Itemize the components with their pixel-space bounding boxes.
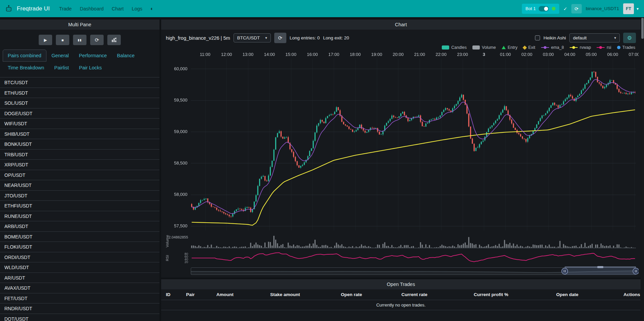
chart-legend: CandlesVolumeEntryExitema_8rvwaprsiTrade… xyxy=(161,44,641,51)
pair-row-eth-usdt[interactable]: ETH/USDT xyxy=(0,88,159,98)
ema-8-swatch-icon xyxy=(541,47,549,48)
tab-pairlist[interactable]: Pairlist xyxy=(49,62,74,74)
chart-clear-icon xyxy=(111,37,117,42)
tab-pairs-combined[interactable]: Pairs combined xyxy=(3,50,46,62)
toggle-knob xyxy=(544,7,548,11)
caret-down-icon[interactable]: ▾ xyxy=(637,6,639,11)
column-amount: Amount xyxy=(216,292,270,297)
bot-selector[interactable]: Bot 1 xyxy=(522,4,559,14)
pair-select[interactable]: BTC/USDT ▾ xyxy=(234,33,271,42)
volume-swatch-icon xyxy=(472,45,480,50)
avatar[interactable]: FT xyxy=(623,3,634,14)
play-button[interactable]: ▶ xyxy=(39,35,52,45)
pair-row-bonk-usdt[interactable]: BONK/USDT xyxy=(0,139,159,150)
tab-balance[interactable]: Balance xyxy=(112,50,140,62)
nav-link-chart[interactable]: Chart xyxy=(112,6,123,11)
pair-row-near-usdt[interactable]: NEAR/USDT xyxy=(0,180,159,191)
legend-item-candles[interactable]: Candles xyxy=(442,45,467,50)
tab-pair-locks[interactable]: Pair Locks xyxy=(74,62,107,74)
chart-body xyxy=(161,51,641,278)
pair-row-shib-usdt[interactable]: SHIB/USDT xyxy=(0,129,159,139)
exit-swatch-icon xyxy=(523,45,527,50)
candles-swatch-icon xyxy=(442,45,449,50)
trades-header-row: IDPairAmountStake amountOpen rateCurrent… xyxy=(161,289,641,300)
stop-button[interactable]: ■ xyxy=(56,35,69,45)
tab-time-breakdown[interactable]: Time Breakdown xyxy=(3,62,49,74)
nav-link-logs[interactable]: Logs xyxy=(132,6,142,11)
legend-item-volume[interactable]: Volume xyxy=(472,45,496,50)
pair-row-op-usdt[interactable]: OP/USDT xyxy=(0,170,159,181)
legend-item-ema-8[interactable]: ema_8 xyxy=(541,45,564,50)
pair-row-wif-usdt[interactable]: WIF/USDT xyxy=(0,119,159,129)
plot-config-value: default xyxy=(573,35,587,40)
plot-config-select[interactable]: default ▾ xyxy=(569,33,620,42)
column-open-date: Open date xyxy=(556,292,623,297)
page-scrollbar[interactable] xyxy=(641,17,644,321)
pair-row-avax-usdt[interactable]: AVAX/USDT xyxy=(0,283,159,293)
pair-row-ordi-usdt[interactable]: ORDI/USDT xyxy=(0,252,159,263)
pair-row-ethfi-usdt[interactable]: ETHFI/USDT xyxy=(0,201,159,211)
heikin-ashi-checkbox[interactable] xyxy=(535,35,540,40)
chart-toolbar: high_frog_binance_v226 | 5m BTC/USDT ▾ ⟳… xyxy=(161,30,641,44)
tab-performance[interactable]: Performance xyxy=(74,50,112,62)
long-entries-label: Long entries: 0 xyxy=(290,35,320,40)
nav-link-dashboard[interactable]: Dashboard xyxy=(80,6,104,11)
restart-button[interactable]: ⟳ xyxy=(90,35,104,45)
nav-link-trade[interactable]: Trade xyxy=(59,6,72,11)
pair-row-fet-usdt[interactable]: FET/USDT xyxy=(0,293,159,304)
legend-item-rsi[interactable]: rsi xyxy=(597,45,611,50)
right-column: Chart high_frog_binance_v226 | 5m BTC/US… xyxy=(161,20,641,321)
navbar: Freqtrade UI TradeDashboardChartLogs ◐ B… xyxy=(0,0,644,17)
bot-controls: ▶ ■ ▮▮ ⟳ xyxy=(0,30,159,50)
pair-row-bome-usdt[interactable]: BOME/USDT xyxy=(0,232,159,242)
pair-row-doge-usdt[interactable]: DOGE/USDT xyxy=(0,108,159,119)
column-open-rate: Open rate xyxy=(341,292,401,297)
pair-row-trb-usdt[interactable]: TRB/USDT xyxy=(0,150,159,160)
stop-icon: ■ xyxy=(62,38,64,42)
column-actions: Actions xyxy=(623,292,641,297)
trades-swatch-icon xyxy=(617,46,620,49)
chart-canvas[interactable] xyxy=(165,51,639,276)
legend-label: Volume xyxy=(482,45,496,50)
legend-label: rsi xyxy=(607,45,611,50)
pair-row-rune-usdt[interactable]: RUNE/USDT xyxy=(0,211,159,222)
exchange-label: binance_USDT1 xyxy=(586,6,619,11)
pair-row-jto-usdt[interactable]: JTO/USDT xyxy=(0,191,159,201)
legend-label: ema_8 xyxy=(551,45,564,50)
refresh-chart-button[interactable]: ⟳ xyxy=(274,33,286,43)
pair-row-arb-usdt[interactable]: ARB/USDT xyxy=(0,221,159,232)
legend-item-exit[interactable]: Exit xyxy=(523,45,535,50)
long-exit-label: Long exit: 20 xyxy=(323,35,349,40)
scrollbar-thumb[interactable] xyxy=(641,18,644,39)
pair-row-btc-usdt[interactable]: BTC/USDT xyxy=(0,77,159,88)
pair-select-value: BTC/USDT xyxy=(237,35,260,40)
pair-row-dot-usdt[interactable]: DOT/USDT xyxy=(0,314,159,321)
pair-row-ar-usdt[interactable]: AR/USDT xyxy=(0,273,159,283)
multi-pane-panel: Multi Pane ▶ ■ ▮▮ ⟳ Pairs combinedGenera… xyxy=(0,20,159,321)
pair-row-wld-usdt[interactable]: WLD/USDT xyxy=(0,262,159,273)
trades-empty-message: Currently no open trades. xyxy=(161,300,641,310)
column-current-profit: Current profit % xyxy=(474,292,556,297)
refresh-icon: ⟳ xyxy=(575,6,579,11)
column-id: ID xyxy=(166,292,186,297)
legend-item-rvwap[interactable]: rvwap xyxy=(570,45,591,50)
tab-general[interactable]: General xyxy=(46,50,74,62)
theme-toggle-icon[interactable]: ◐ xyxy=(150,6,154,12)
legend-label: Candles xyxy=(451,45,467,50)
refresh-icon: ⟳ xyxy=(278,35,283,41)
strategy-label: high_frog_binance_v226 | 5m xyxy=(166,35,230,41)
pair-row-xrp-usdt[interactable]: XRP/USDT xyxy=(0,160,159,170)
legend-item-entry[interactable]: Entry xyxy=(502,45,517,50)
legend-label: Entry xyxy=(508,45,517,50)
pair-row-sol-usdt[interactable]: SOL/USDT xyxy=(0,98,159,108)
legend-item-trades[interactable]: Trades xyxy=(617,45,635,50)
bot-name: Bot 1 xyxy=(526,6,536,11)
pair-row-rndr-usdt[interactable]: RNDR/USDT xyxy=(0,303,159,314)
pause-button[interactable]: ▮▮ xyxy=(73,35,86,45)
pair-row-floki-usdt[interactable]: FLOKI/USDT xyxy=(0,242,159,252)
refresh-bot-button[interactable]: ⟳ xyxy=(571,4,582,13)
column-current-rate: Current rate xyxy=(401,292,474,297)
bot-toggle[interactable] xyxy=(539,6,549,11)
clear-chart-button[interactable] xyxy=(107,35,121,45)
plot-settings-button[interactable]: ⚙ xyxy=(623,33,636,43)
